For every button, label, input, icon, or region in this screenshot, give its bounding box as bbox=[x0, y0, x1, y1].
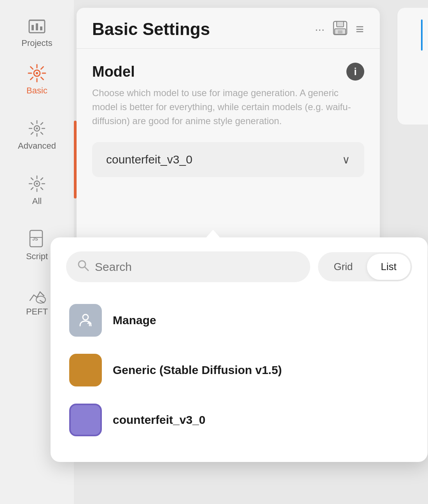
search-input[interactable] bbox=[95, 260, 299, 274]
all-icon bbox=[27, 174, 47, 194]
search-row: Grid List bbox=[66, 251, 412, 282]
peft-icon bbox=[27, 284, 47, 304]
sidebar-item-basic-label: Basic bbox=[26, 86, 47, 96]
advanced-icon bbox=[27, 118, 47, 139]
dropdown-caret bbox=[202, 230, 224, 242]
svg-rect-1 bbox=[31, 25, 34, 30]
svg-point-26 bbox=[36, 183, 38, 185]
counterfeit-thumb bbox=[69, 404, 102, 436]
sidebar-item-script-label: Script bbox=[26, 251, 48, 262]
hamburger-menu-icon[interactable]: ≡ bbox=[356, 21, 364, 37]
list-item[interactable]: Generic (Stable Diffusion v1.5) bbox=[66, 348, 412, 393]
svg-line-39 bbox=[40, 300, 44, 303]
chevron-down-icon: ∨ bbox=[342, 153, 350, 166]
save-icon[interactable] bbox=[332, 20, 348, 39]
svg-rect-3 bbox=[40, 26, 42, 30]
svg-line-45 bbox=[85, 267, 88, 270]
model-dropdown[interactable]: counterfeit_v3_0 ∨ bbox=[92, 142, 364, 177]
svg-point-6 bbox=[36, 72, 38, 74]
svg-line-21 bbox=[31, 123, 33, 125]
search-box[interactable] bbox=[66, 251, 310, 282]
svg-line-11 bbox=[31, 67, 33, 69]
panel-body: Model i Choose which model to use for im… bbox=[77, 49, 380, 191]
svg-point-16 bbox=[36, 128, 38, 130]
grid-view-button[interactable]: Grid bbox=[320, 254, 367, 280]
page-title: Basic Settings bbox=[92, 19, 210, 39]
svg-line-23 bbox=[31, 132, 33, 134]
right-panel-edge bbox=[397, 8, 428, 125]
sidebar-item-basic[interactable]: Basic bbox=[10, 58, 64, 101]
svg-rect-41 bbox=[337, 21, 344, 27]
sidebar-item-all[interactable]: All bbox=[10, 168, 64, 212]
projects-icon bbox=[28, 17, 46, 36]
counterfeit-label: counterfeit_v3_0 bbox=[113, 413, 205, 427]
manage-label: Manage bbox=[113, 314, 156, 327]
svg-rect-2 bbox=[36, 23, 38, 30]
model-section-title: Model bbox=[92, 63, 135, 80]
svg-line-13 bbox=[31, 77, 33, 80]
manage-thumb bbox=[69, 304, 102, 337]
svg-line-32 bbox=[41, 188, 43, 190]
svg-line-12 bbox=[41, 77, 44, 80]
sidebar-item-projects-label: Projects bbox=[21, 38, 52, 48]
svg-rect-43 bbox=[338, 30, 342, 33]
search-icon bbox=[77, 259, 89, 274]
more-options-icon[interactable]: ··· bbox=[315, 23, 325, 36]
model-list: Manage Generic (Stable Diffusion v1.5) c… bbox=[66, 298, 412, 443]
sidebar-item-projects[interactable]: Projects bbox=[10, 12, 64, 54]
generic-label: Generic (Stable Diffusion v1.5) bbox=[113, 364, 282, 377]
info-icon[interactable]: i bbox=[346, 63, 364, 81]
svg-line-24 bbox=[41, 123, 43, 125]
svg-line-14 bbox=[41, 67, 44, 69]
panel-header: Basic Settings ··· ≡ bbox=[77, 8, 380, 49]
sidebar-item-advanced-label: Advanced bbox=[18, 141, 56, 151]
right-panel-accent bbox=[421, 19, 423, 51]
sidebar-item-advanced[interactable]: Advanced bbox=[10, 113, 64, 156]
list-view-button[interactable]: List bbox=[367, 254, 411, 280]
list-item[interactable]: counterfeit_v3_0 bbox=[66, 397, 412, 443]
svg-point-46 bbox=[83, 314, 88, 320]
svg-line-34 bbox=[41, 178, 43, 180]
header-actions: ··· ≡ bbox=[315, 20, 364, 39]
main-panel: Basic Settings ··· ≡ Model i Choose whic… bbox=[77, 8, 380, 249]
basic-icon bbox=[27, 63, 47, 83]
model-selected-value: counterfeit_v3_0 bbox=[106, 153, 192, 166]
generic-thumb bbox=[69, 354, 102, 386]
svg-line-33 bbox=[31, 188, 33, 190]
svg-line-22 bbox=[41, 132, 43, 134]
script-icon: JS bbox=[27, 229, 47, 249]
svg-point-38 bbox=[36, 296, 45, 303]
sidebar-item-all-label: All bbox=[32, 196, 42, 206]
dropdown-popup: Grid List Manage Generic (Stable Diffusi… bbox=[51, 237, 428, 462]
sidebar-item-peft-label: PEFT bbox=[26, 307, 48, 317]
active-indicator bbox=[74, 121, 77, 198]
list-item[interactable]: Manage bbox=[66, 298, 412, 343]
model-section-description: Choose which model to use for image gene… bbox=[92, 86, 364, 128]
svg-line-31 bbox=[31, 178, 33, 180]
model-section-header: Model i bbox=[92, 63, 364, 81]
view-toggle: Grid List bbox=[318, 252, 412, 281]
